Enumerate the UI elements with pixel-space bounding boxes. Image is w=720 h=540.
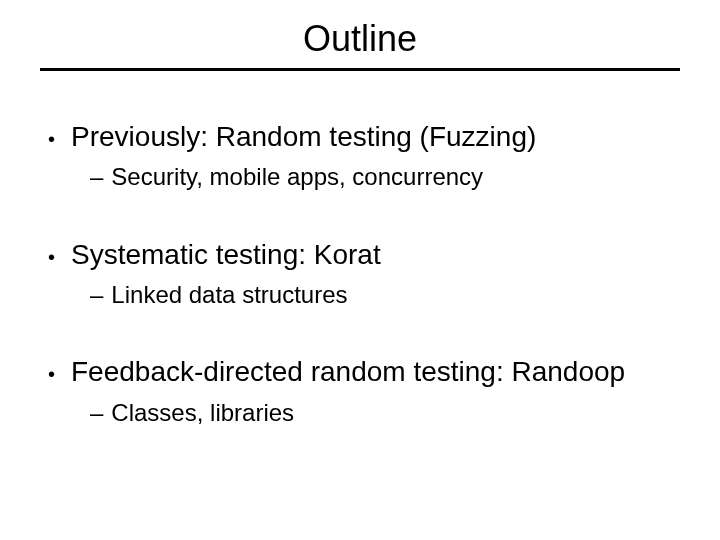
bullet-icon: • bbox=[48, 242, 55, 272]
slide-container: Outline • Previously: Random testing (Fu… bbox=[0, 0, 720, 540]
bullet-line: • Feedback-directed random testing: Rand… bbox=[48, 354, 680, 390]
sub-bullet-line: – Security, mobile apps, concurrency bbox=[48, 161, 680, 192]
dash-icon: – bbox=[90, 279, 103, 310]
bullet-line: • Previously: Random testing (Fuzzing) bbox=[48, 119, 680, 155]
bullet-text: Feedback-directed random testing: Randoo… bbox=[71, 354, 625, 390]
bullet-line: • Systematic testing: Korat bbox=[48, 237, 680, 273]
sub-bullet-text: Security, mobile apps, concurrency bbox=[111, 161, 483, 192]
slide-content: • Previously: Random testing (Fuzzing) –… bbox=[40, 119, 680, 428]
sub-bullet-text: Linked data structures bbox=[111, 279, 347, 310]
dash-icon: – bbox=[90, 161, 103, 192]
bullet-icon: • bbox=[48, 124, 55, 154]
list-item: • Previously: Random testing (Fuzzing) –… bbox=[48, 119, 680, 193]
sub-bullet-text: Classes, libraries bbox=[111, 397, 294, 428]
list-item: • Feedback-directed random testing: Rand… bbox=[48, 354, 680, 428]
bullet-text: Systematic testing: Korat bbox=[71, 237, 381, 273]
sub-bullet-line: – Classes, libraries bbox=[48, 397, 680, 428]
bullet-text: Previously: Random testing (Fuzzing) bbox=[71, 119, 536, 155]
dash-icon: – bbox=[90, 397, 103, 428]
bullet-icon: • bbox=[48, 359, 55, 389]
sub-bullet-line: – Linked data structures bbox=[48, 279, 680, 310]
list-item: • Systematic testing: Korat – Linked dat… bbox=[48, 237, 680, 311]
slide-title: Outline bbox=[40, 18, 680, 71]
